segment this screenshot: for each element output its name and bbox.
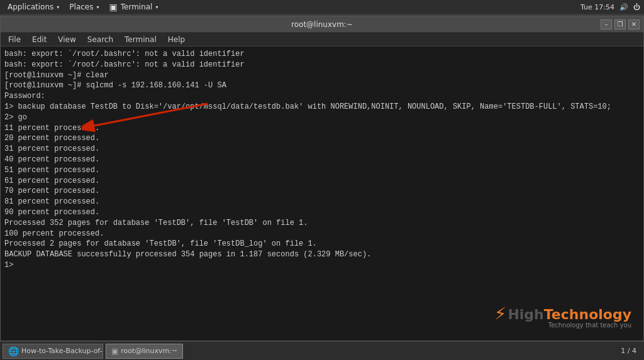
volume-icon: 🔊 bbox=[619, 3, 628, 11]
watermark-tagline: Technology that teach you bbox=[548, 322, 631, 329]
window-controls: – ❐ ✕ bbox=[601, 19, 640, 30]
terminal-line: 40 percent processed. bbox=[4, 155, 640, 165]
menu-edit[interactable]: Edit bbox=[27, 34, 52, 45]
terminal-chevron: ▾ bbox=[155, 4, 158, 10]
terminal-line: Processed 352 pages for database 'TestDB… bbox=[4, 218, 640, 229]
terminal-line: bash: export: `/root/.bashrc': not a val… bbox=[4, 49, 640, 60]
menu-view[interactable]: View bbox=[53, 34, 80, 45]
places-chevron: ▾ bbox=[96, 4, 99, 10]
watermark-icon: ⚡ bbox=[494, 305, 507, 323]
terminal-line: bash: export: `/root/.bashrc': not a val… bbox=[4, 60, 640, 70]
applications-menu[interactable]: Applications ▾ bbox=[4, 0, 63, 14]
power-icon[interactable]: ⏻ bbox=[633, 3, 640, 11]
terminal-menu[interactable]: ▣ Terminal ▾ bbox=[106, 0, 162, 14]
close-button[interactable]: ✕ bbox=[628, 19, 640, 30]
time-display: Tue 17:54 bbox=[580, 3, 614, 11]
terminal-icon: ▣ bbox=[109, 2, 118, 12]
terminal-line: BACKUP DATABASE successfully processed 3… bbox=[4, 249, 640, 260]
terminal-line: [root@linuxvm ~]# sqlcmd -s 192.168.160.… bbox=[4, 80, 640, 91]
terminal-line: [root@linuxvm ~]# clear bbox=[4, 70, 640, 81]
taskbar: 🌐 How-to-Take-Backup-of-SQL-S... ▣ root@… bbox=[0, 341, 644, 360]
window-title: root@linuxvm:~ bbox=[291, 20, 353, 29]
taskbar-item2-label: root@linuxvm:~ bbox=[121, 347, 177, 355]
terminal-line: 31 percent processed. bbox=[4, 144, 640, 155]
taskbar-item-1[interactable]: 🌐 How-to-Take-Backup-of-SQL-S... bbox=[3, 344, 103, 359]
places-menu[interactable]: Places ▾ bbox=[65, 0, 103, 14]
minimize-button[interactable]: – bbox=[601, 19, 612, 30]
taskbar-item-2[interactable]: ▣ root@linuxvm:~ bbox=[106, 344, 183, 359]
terminal-line: Processed 2 pages for database 'TestDB',… bbox=[4, 239, 640, 249]
menu-terminal[interactable]: Terminal bbox=[119, 34, 162, 45]
menu-search[interactable]: Search bbox=[82, 34, 118, 45]
restore-button[interactable]: ❐ bbox=[614, 19, 626, 30]
places-label: Places bbox=[69, 3, 93, 11]
svg-line-1 bbox=[94, 104, 208, 126]
terminal-line: 81 percent processed. bbox=[4, 197, 640, 207]
arrow-annotation bbox=[82, 91, 220, 141]
terminal-line: 1> bbox=[4, 260, 640, 271]
terminal-window: root@linuxvm:~ – ❐ ✕ File Edit View Sear… bbox=[0, 16, 644, 341]
terminal-line: 61 percent processed. bbox=[4, 176, 640, 187]
terminal-label: Terminal bbox=[121, 3, 153, 11]
terminal-line: 100 percent processed. bbox=[4, 229, 640, 239]
window-titlebar: root@linuxvm:~ – ❐ ✕ bbox=[1, 16, 643, 33]
taskbar-pager: 1 / 4 bbox=[616, 347, 641, 355]
taskbar-item1-icon: 🌐 bbox=[8, 346, 19, 356]
menu-file[interactable]: File bbox=[3, 34, 26, 45]
top-bar: Applications ▾ Places ▾ ▣ Terminal ▾ Tue… bbox=[0, 0, 644, 14]
terminal-line: 70 percent processed. bbox=[4, 186, 640, 197]
terminal-line: 51 percent processed. bbox=[4, 165, 640, 176]
terminal-line: 90 percent processed. bbox=[4, 207, 640, 218]
top-bar-right: Tue 17:54 🔊 ⏻ bbox=[580, 3, 640, 11]
taskbar-item2-icon: ▣ bbox=[111, 347, 118, 356]
taskbar-item1-label: How-to-Take-Backup-of-SQL-S... bbox=[21, 347, 103, 355]
menu-help[interactable]: Help bbox=[163, 34, 190, 45]
applications-label: Applications bbox=[8, 3, 53, 11]
watermark: ⚡ HighTechnology Technology that teach y… bbox=[494, 305, 631, 329]
applications-chevron: ▾ bbox=[57, 4, 59, 10]
window-menubar: File Edit View Search Terminal Help bbox=[1, 33, 643, 46]
watermark-text: HighTechnology bbox=[508, 307, 631, 322]
top-bar-left: Applications ▾ Places ▾ ▣ Terminal ▾ bbox=[4, 0, 162, 14]
watermark-logo: ⚡ HighTechnology bbox=[494, 305, 631, 323]
